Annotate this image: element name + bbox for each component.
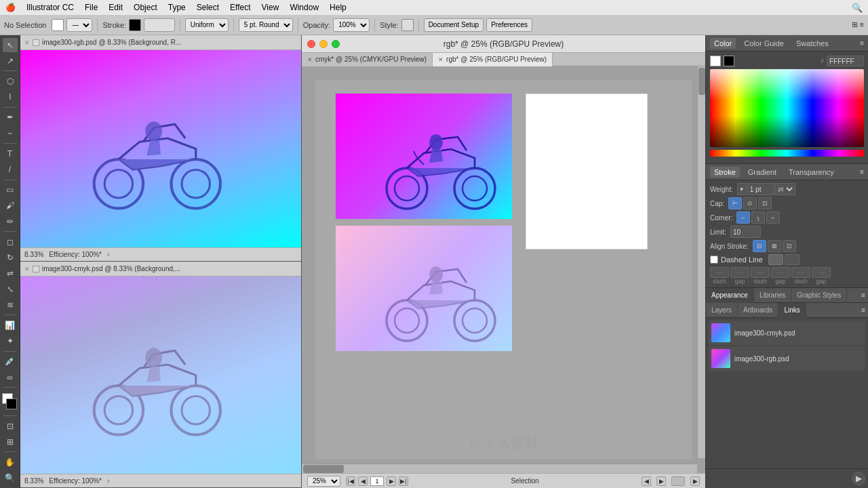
menu-select[interactable]: Select xyxy=(197,3,219,12)
limit-input[interactable] xyxy=(730,226,761,238)
stroke-tab[interactable]: Stroke xyxy=(710,167,740,178)
stroke-color-tool[interactable] xyxy=(6,399,17,409)
menu-view[interactable]: View xyxy=(262,3,279,12)
menu-effect[interactable]: Effect xyxy=(230,3,250,12)
document-setup-button[interactable]: Document Setup xyxy=(424,18,484,32)
efficiency-arrow-rgb[interactable]: › xyxy=(107,251,109,258)
horizontal-scrollbar[interactable] xyxy=(302,464,697,473)
lasso-tool[interactable]: ⌇ xyxy=(3,90,18,104)
cap-round-btn[interactable]: ⊙ xyxy=(743,197,757,209)
fg-swatch[interactable] xyxy=(710,56,721,66)
pen-tool[interactable]: ✒ xyxy=(3,110,18,125)
corner-round-btn[interactable]: ╮ xyxy=(751,211,765,224)
hex-input[interactable] xyxy=(827,56,864,66)
curvature-tool[interactable]: ~ xyxy=(3,126,18,140)
first-page-btn[interactable]: |◀ xyxy=(346,476,355,486)
prev-artboard-btn[interactable]: ◀ xyxy=(642,476,651,486)
color-tab[interactable]: Color xyxy=(710,38,736,49)
cap-square-btn[interactable]: ⊡ xyxy=(758,197,772,209)
rotate-tool[interactable]: ↻ xyxy=(3,250,18,264)
menu-type[interactable]: Type xyxy=(168,3,186,12)
links-tab[interactable]: Links xyxy=(778,303,806,318)
stroke-weight-box[interactable]: 1 pt ▲▼ xyxy=(144,18,175,32)
zoom-tool[interactable]: 🔍 xyxy=(3,471,18,485)
tools-icon[interactable]: ≡ xyxy=(860,20,864,29)
swatches-tab[interactable]: Swatches xyxy=(792,38,833,49)
next-artboard-btn[interactable]: ▶ xyxy=(656,476,666,486)
graphic-styles-tab[interactable]: Graphic Styles xyxy=(791,288,847,303)
gap-3-input[interactable] xyxy=(812,267,831,278)
menu-object[interactable]: Object xyxy=(134,3,157,12)
color-gradient-picker[interactable] xyxy=(710,69,864,147)
menu-window[interactable]: Window xyxy=(290,3,319,12)
dash-2-input[interactable] xyxy=(751,267,770,278)
layers-tab[interactable]: Layers xyxy=(706,303,738,318)
pencil-tool[interactable]: ✏ xyxy=(3,214,18,228)
symbol-tool[interactable]: ✦ xyxy=(3,334,18,348)
align-center-btn[interactable]: ⊟ xyxy=(753,240,766,252)
slice-tool[interactable]: ⊞ xyxy=(3,434,18,449)
vertical-scrollbar[interactable] xyxy=(697,66,705,458)
style-swatch[interactable] xyxy=(401,19,414,31)
magic-wand-tool[interactable]: ⬡ xyxy=(3,74,18,88)
page-input[interactable] xyxy=(370,476,384,486)
point-size-select[interactable]: 5 pt. Round xyxy=(239,18,293,32)
corner-miter-btn[interactable]: ⌐ xyxy=(736,211,750,224)
scrollbar-thumb-h[interactable] xyxy=(303,465,344,473)
menu-help[interactable]: Help xyxy=(330,3,347,12)
dash-style-2[interactable] xyxy=(785,254,800,265)
stroke-type-select[interactable]: Uniform xyxy=(185,18,229,32)
eyedropper-tool[interactable]: 💉 xyxy=(3,354,18,369)
reflect-tool[interactable]: ⇌ xyxy=(3,266,18,281)
scale-tool[interactable]: ⤡ xyxy=(3,282,18,296)
eraser-tool[interactable]: ◻ xyxy=(3,235,18,249)
corner-bevel-btn[interactable]: ⌐ xyxy=(766,211,780,224)
weight-unit-select[interactable]: pt xyxy=(775,183,795,195)
last-page-btn[interactable]: ▶| xyxy=(399,476,408,486)
apple-menu[interactable]: 🍎 xyxy=(5,3,16,12)
tab-rgb-close[interactable]: ✕ xyxy=(438,56,443,63)
appearance-tab[interactable]: Appearance xyxy=(706,288,754,303)
cap-butt-btn[interactable]: ⊢ xyxy=(728,197,742,209)
arrange-icon[interactable]: ⊞ xyxy=(852,20,858,29)
preferences-button[interactable]: Preferences xyxy=(486,18,532,32)
mini-canvas-cmyk[interactable] xyxy=(20,277,301,474)
dash-3-input[interactable] xyxy=(791,267,810,278)
weight-decrement[interactable]: ▼ xyxy=(737,183,747,195)
artboard-tool[interactable]: ⊡ xyxy=(3,419,18,433)
tab-rgb[interactable]: ✕ rgb* @ 25% (RGB/GPU Preview) xyxy=(433,53,553,66)
gap-1-input[interactable] xyxy=(730,267,749,278)
color-panel-menu[interactable]: ≡ xyxy=(860,39,864,47)
layers-panel-menu[interactable]: ≡ xyxy=(859,306,868,314)
stroke-weight-stepper[interactable]: ▲▼ xyxy=(161,22,172,28)
line-tool[interactable]: / xyxy=(3,162,18,176)
color-spectrum-bar[interactable] xyxy=(710,150,864,157)
main-canvas-content[interactable]: ⊙ 人人素材 xyxy=(302,66,705,473)
weight-value-input[interactable] xyxy=(747,183,774,195)
direct-select-tool[interactable]: ↗ xyxy=(3,54,18,68)
artboards-tab[interactable]: Artboards xyxy=(738,303,778,318)
libraries-tab[interactable]: Libraries xyxy=(754,288,791,303)
close-button[interactable] xyxy=(307,40,315,48)
fill-type-select[interactable]: — xyxy=(66,18,92,32)
gap-2-input[interactable] xyxy=(771,267,790,278)
dashed-line-checkbox[interactable] xyxy=(710,256,718,264)
align-inside-btn[interactable]: ⊠ xyxy=(768,240,781,252)
rectangle-tool[interactable]: ▭ xyxy=(3,183,18,197)
tab-cmyk-close[interactable]: ✕ xyxy=(307,56,313,63)
maximize-button[interactable] xyxy=(332,40,340,48)
gradient-tab[interactable]: Gradient xyxy=(744,167,781,178)
type-tool[interactable]: T xyxy=(3,146,18,161)
dash-1-input[interactable] xyxy=(710,267,729,278)
menu-edit[interactable]: Edit xyxy=(108,3,123,12)
scrollbar-thumb-v[interactable] xyxy=(698,68,705,95)
menu-file[interactable]: File xyxy=(85,3,98,12)
appearance-panel-menu[interactable]: ≡ xyxy=(859,291,868,299)
align-outside-btn[interactable]: ⊡ xyxy=(783,240,796,252)
mini-canvas-rgb[interactable] xyxy=(20,50,301,247)
efficiency-arrow-cmyk[interactable]: › xyxy=(107,477,109,485)
tab-cmyk[interactable]: ✕ cmyk* @ 25% (CMYK/GPU Preview) xyxy=(302,53,433,66)
stroke-color-swatch[interactable] xyxy=(129,19,141,31)
transparency-tab[interactable]: Transparency xyxy=(785,167,838,178)
color-guide-tab[interactable]: Color Guide xyxy=(740,38,788,49)
